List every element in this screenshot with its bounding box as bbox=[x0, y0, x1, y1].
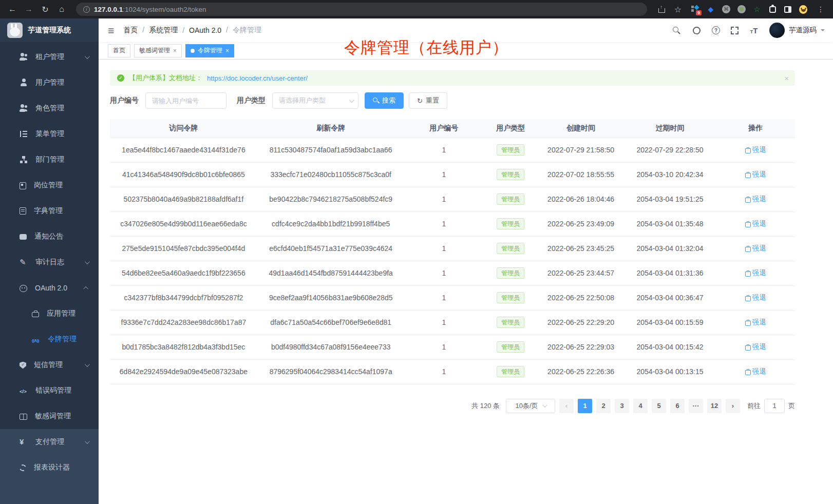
user-menu[interactable]: 芋道源码 bbox=[769, 23, 825, 38]
reload-icon[interactable]: ↻ bbox=[38, 2, 52, 16]
dict-icon bbox=[20, 207, 26, 215]
force-logout-button[interactable]: 强退 bbox=[745, 219, 766, 228]
extension-star-icon[interactable]: ☆ bbox=[753, 5, 761, 13]
page-number-button[interactable]: 3 bbox=[615, 399, 629, 413]
fullscreen-icon[interactable] bbox=[731, 27, 739, 34]
force-logout-button[interactable]: 强退 bbox=[745, 170, 766, 179]
github-icon[interactable] bbox=[692, 26, 701, 35]
reset-button[interactable]: ↻ 重置 bbox=[409, 92, 447, 109]
close-tab-icon[interactable]: × bbox=[173, 48, 177, 54]
sidebar-item[interactable]: 用户管理 bbox=[0, 70, 99, 95]
home-icon[interactable]: ⌂ bbox=[54, 2, 69, 16]
force-logout-button[interactable]: 强退 bbox=[745, 268, 766, 278]
access-token-cell: 275e5de9151045fe87cbdc395e004f4d bbox=[110, 236, 257, 261]
access-token-cell: 6d842e2924594de9a09e45e087323abe bbox=[110, 359, 257, 384]
table-row: b0d1785bc3a8482f812db4a3f3bd15ec b0df498… bbox=[110, 335, 795, 359]
sidebar-item[interactable]: 租户管理 bbox=[0, 44, 99, 70]
breadcrumb-item[interactable]: OAuth 2.0 bbox=[178, 26, 221, 34]
sidebar-collapse-icon[interactable]: ≡ bbox=[108, 25, 114, 36]
page-number-button[interactable]: 12 bbox=[707, 399, 722, 413]
column-header: 访问令牌 bbox=[110, 119, 257, 138]
breadcrumb-item[interactable]: 首页 bbox=[123, 26, 138, 35]
extensions-puzzle-icon[interactable] bbox=[768, 5, 777, 13]
view-tab[interactable]: 令牌管理 × bbox=[185, 44, 234, 57]
sidebar-item[interactable]: 部门管理 bbox=[0, 147, 99, 172]
prev-page-button[interactable]: ‹ bbox=[559, 399, 574, 413]
user-type-cell: 管理员 bbox=[483, 285, 538, 310]
address-bar[interactable]: i 127.0.0.1:1024/system/oauth2/token bbox=[76, 3, 647, 16]
goto-page-input[interactable] bbox=[764, 399, 785, 413]
back-icon[interactable]: ← bbox=[5, 2, 20, 16]
browser-menu-icon[interactable]: ⋮ bbox=[813, 2, 828, 16]
page-number-button[interactable]: 2 bbox=[596, 399, 611, 413]
sidebar-item[interactable]: 支付管理 bbox=[0, 429, 99, 455]
view-tab[interactable]: 敏感词管理 × bbox=[134, 44, 182, 57]
log-icon bbox=[20, 258, 28, 266]
close-tab-icon[interactable]: × bbox=[225, 48, 229, 54]
column-header: 过期时间 bbox=[623, 119, 716, 138]
view-tab[interactable]: 首页 bbox=[108, 44, 130, 57]
user-type-cell: 管理员 bbox=[483, 310, 538, 335]
page-number-button[interactable]: 5 bbox=[652, 399, 666, 413]
user-type-select[interactable]: 请选择用户类型 bbox=[272, 92, 358, 109]
sidebar-item-label: 错误码管理 bbox=[35, 386, 90, 395]
table-header-row: 访问令牌刷新令牌用户编号用户类型创建时间过期时间操作 bbox=[110, 119, 795, 138]
sidebar-item[interactable]: 敏感词管理 bbox=[0, 403, 99, 429]
doc-link[interactable]: https://doc.iocoder.cn/user-center/ bbox=[207, 74, 308, 82]
doc-alert: ✓ 【用户体系】文档地址： https://doc.iocoder.cn/use… bbox=[110, 70, 795, 86]
breadcrumb-item[interactable]: 令牌管理 bbox=[221, 26, 261, 35]
extension-recorder-icon[interactable] bbox=[737, 5, 746, 13]
split-view-icon[interactable] bbox=[784, 5, 792, 13]
extension-squares-icon[interactable]: 9 bbox=[691, 5, 699, 13]
force-logout-button[interactable]: 强退 bbox=[745, 318, 766, 327]
search-button[interactable]: 搜索 bbox=[365, 92, 404, 109]
sidebar-item[interactable]: 错误码管理 bbox=[0, 378, 99, 403]
forward-icon[interactable]: → bbox=[22, 2, 36, 16]
share-icon[interactable] bbox=[654, 2, 669, 16]
sidebar-item[interactable]: 角色管理 bbox=[0, 95, 99, 121]
extension-command-icon[interactable]: ⌘ bbox=[722, 5, 730, 13]
sidebar-item[interactable]: 审计日志 bbox=[0, 249, 99, 275]
force-logout-button[interactable]: 强退 bbox=[745, 195, 766, 204]
sidebar-item[interactable]: 令牌管理 bbox=[0, 326, 99, 352]
sidebar-item[interactable]: 岗位管理 bbox=[0, 172, 99, 198]
force-logout-button[interactable]: 强退 bbox=[745, 244, 766, 253]
user-id-input[interactable] bbox=[145, 92, 226, 109]
expire-time-cell: 2054-03-04 01:32:04 bbox=[623, 236, 716, 261]
next-page-button[interactable]: › bbox=[726, 399, 740, 413]
sidebar-item[interactable]: 短信管理 bbox=[0, 352, 99, 378]
action-cell: 强退 bbox=[716, 285, 795, 310]
force-logout-button[interactable]: 强退 bbox=[745, 145, 766, 154]
force-logout-button[interactable]: 强退 bbox=[745, 367, 766, 376]
page-number-button[interactable]: 4 bbox=[633, 399, 648, 413]
sidebar-item[interactable]: 字典管理 bbox=[0, 198, 99, 224]
sidebar-item[interactable]: 报表设计器 bbox=[0, 455, 99, 480]
sidebar-item-label: 岗位管理 bbox=[34, 181, 90, 190]
trash-icon bbox=[745, 320, 750, 325]
search-icon[interactable] bbox=[672, 26, 681, 35]
sidebar-item[interactable]: 菜单管理 bbox=[0, 121, 99, 147]
page-info-icon[interactable]: i bbox=[83, 6, 90, 13]
sidebar-item[interactable]: OAuth 2.0 bbox=[0, 275, 99, 301]
sidebar-item[interactable]: 通知公告 bbox=[0, 224, 99, 249]
page-number-button[interactable]: ··· bbox=[689, 399, 703, 413]
force-logout-button[interactable]: 强退 bbox=[745, 342, 766, 352]
bookmark-star-icon[interactable]: ☆ bbox=[671, 2, 685, 16]
caret-down-icon bbox=[821, 29, 825, 33]
breadcrumb-item[interactable]: 系统管理 bbox=[138, 26, 178, 35]
profile-emoji-avatar[interactable] bbox=[799, 5, 807, 13]
alert-close-icon[interactable]: × bbox=[784, 74, 789, 83]
app-logo-row[interactable]: 芋道管理系统 bbox=[0, 18, 99, 42]
page-number-button[interactable]: 1 bbox=[578, 399, 592, 413]
oauth-icon bbox=[20, 285, 27, 292]
force-logout-button[interactable]: 强退 bbox=[745, 293, 766, 302]
page-number-button[interactable]: 6 bbox=[670, 399, 685, 413]
app-logo bbox=[7, 23, 23, 38]
sidebar-item[interactable]: 应用管理 bbox=[0, 301, 99, 326]
column-header: 操作 bbox=[716, 119, 795, 138]
help-icon[interactable]: ? bbox=[712, 26, 720, 34]
user-type-cell: 管理员 bbox=[483, 236, 538, 261]
page-size-select[interactable]: 10条/页 bbox=[506, 399, 555, 413]
font-size-icon[interactable] bbox=[749, 26, 759, 35]
extension-gem-icon[interactable]: ◆ bbox=[707, 5, 715, 13]
